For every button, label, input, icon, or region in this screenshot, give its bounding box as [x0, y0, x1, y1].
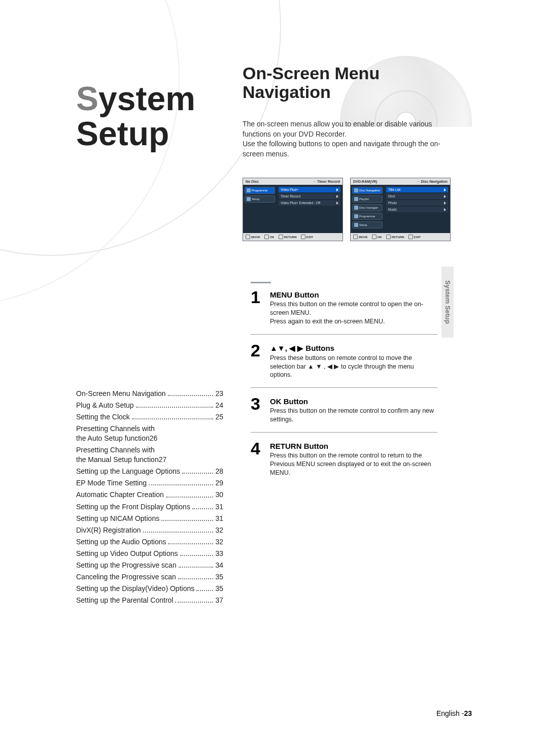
arrow-right-icon [336, 188, 338, 191]
toc-title: On-Screen Menu Navigation [76, 389, 166, 398]
tab-icon [354, 223, 358, 227]
chapter-title-part: ystem [98, 80, 195, 117]
tab-icon [354, 188, 358, 192]
chapter-toc: On-Screen Menu Navigation23Plug & Auto S… [76, 386, 223, 608]
toc-entry: Presetting Channels withthe Auto Setup f… [76, 424, 223, 442]
osd-tab: Programme [245, 187, 275, 194]
osd-tab: Disc Navigation [352, 187, 383, 194]
toc-title: EP Mode Time Setting [76, 479, 147, 487]
nav-icon [386, 235, 391, 239]
osd-tab: Setup [352, 221, 383, 228]
toc-title: Setting the Clock [76, 413, 130, 421]
toc-page: 24 [215, 401, 223, 409]
section-intro: The on-screen menus allow you to enable … [243, 119, 446, 159]
toc-title: the Manual Setup function [76, 455, 159, 464]
toc-dots [168, 395, 214, 396]
osd-menu: Video Plus+ Timer Record Video Plus+ Ext… [277, 185, 342, 233]
toc-title: Presetting Channels with [76, 424, 223, 433]
toc-entry: On-Screen Menu Navigation23 [76, 389, 223, 398]
osd-tab: Disc manager [352, 204, 383, 211]
step-content: MENU ButtonPress this button on the remo… [270, 289, 437, 326]
osd-dvdram: DVD-RAM(VR) → Disc Navigation Disc Navig… [350, 178, 451, 241]
toc-title: the Auto Setup function [76, 434, 150, 442]
steps-list: 1MENU ButtonPress this button on the rem… [251, 282, 437, 494]
step: 2▲▼, ◀ ▶ ButtonsPress these buttons on r… [251, 343, 437, 388]
toc-page: 29 [215, 479, 223, 487]
toc-title: Setting up the Audio Options [76, 538, 166, 546]
tab-icon [247, 188, 251, 192]
osd-top-right: Timer Record [317, 180, 340, 183]
toc-dots [180, 555, 214, 556]
step-content: ▲▼, ◀ ▶ ButtonsPress these buttons on re… [270, 343, 437, 380]
step-body: Press this button on the remote control … [270, 300, 437, 326]
osd-tab: Programme [352, 213, 383, 220]
arrow-right-icon [444, 202, 446, 205]
toc-page: 34 [215, 561, 223, 569]
osd-top-left: DVD-RAM(VR) [353, 180, 377, 183]
toc-entry: Setting up the Front Display Options31 [76, 503, 223, 511]
osd-footer: MOVE OK RETURN EXIT [243, 233, 342, 241]
tab-icon [354, 197, 358, 201]
toc-entry: EP Mode Time Setting29 [76, 479, 223, 487]
toc-page: 33 [215, 549, 223, 557]
toc-title: Setting up NICAM Options [76, 514, 159, 522]
step-number: 3 [251, 396, 264, 424]
toc-page: 31 [215, 503, 223, 511]
osd-menu-item: Photo [386, 200, 448, 206]
nav-icon [408, 235, 413, 239]
osd-footer: MOVE OK RETURN EXIT [351, 233, 450, 241]
nav-icon [353, 235, 358, 239]
toc-page: 30 [215, 490, 223, 499]
tab-icon [354, 206, 358, 210]
toc-dots [161, 520, 213, 521]
toc-entry: DivX(R) Registration32 [76, 526, 223, 534]
toc-title: Setting up the Front Display Options [76, 503, 190, 511]
toc-dots [192, 508, 214, 509]
chapter-title: System Setup [76, 81, 195, 152]
toc-dots [168, 543, 213, 544]
arrow-right-icon [336, 202, 338, 205]
osd-menu: Title List DivX Photo Music [384, 185, 450, 233]
step-title: RETURN Button [270, 442, 437, 450]
toc-page: 37 [215, 596, 223, 604]
step-content: OK ButtonPress this button on the remote… [270, 396, 437, 424]
toc-title: Setting up the Parental Control [76, 596, 173, 604]
step-body: Press this button on the remote control … [270, 407, 437, 424]
osd-nodisc: No Disc → Timer Record Programme Setup V… [243, 178, 343, 241]
osd-menu-item: Video Plus+ Extended : Off [279, 200, 340, 206]
nav-icon [264, 235, 269, 239]
nav-icon [301, 235, 305, 239]
step-number: 1 [251, 289, 264, 326]
toc-entry: Canceling the Progressive scan35 [76, 573, 223, 581]
toc-dots [132, 418, 214, 419]
toc-title: Plug & Auto Setup [76, 401, 134, 409]
toc-page: 25 [215, 413, 223, 421]
decorative-rule [251, 282, 271, 283]
step: 4RETURN ButtonPress this button on the r… [251, 441, 437, 485]
toc-entry: Setting up the Audio Options32 [76, 538, 223, 546]
osd-menu-item: Music [386, 207, 448, 212]
arrow-right-icon [444, 195, 446, 198]
chapter-title-accent: S [76, 80, 98, 117]
toc-dots [178, 578, 214, 579]
osd-screenshots: No Disc → Timer Record Programme Setup V… [243, 178, 451, 241]
step-body: Press this button on the remote control … [270, 451, 437, 477]
step-title: MENU Button [270, 290, 437, 299]
step-title: ▲▼, ◀ ▶ Buttons [270, 344, 437, 353]
toc-entry: Setting up the Display(Video) Options35 [76, 584, 223, 593]
toc-entry: Setting up Video Output Options33 [76, 549, 223, 557]
toc-page: 26 [150, 434, 158, 442]
toc-page: 23 [215, 389, 223, 398]
step-title: OK Button [270, 397, 437, 406]
osd-menu-item: Timer Record [279, 193, 340, 199]
toc-entry: Presetting Channels withthe Manual Setup… [76, 446, 223, 464]
toc-page: 32 [215, 538, 223, 546]
toc-entry: Setting up the Language Options28 [76, 467, 223, 475]
toc-title: Setting up Video Output Options [76, 549, 178, 557]
nav-icon [246, 235, 250, 239]
osd-menu-item: DivX [386, 193, 448, 199]
chapter-title-line2: Setup [76, 115, 169, 152]
arrow-right-icon [444, 208, 446, 211]
arrow-right-icon [444, 188, 446, 191]
arrow-right-icon [336, 195, 338, 198]
